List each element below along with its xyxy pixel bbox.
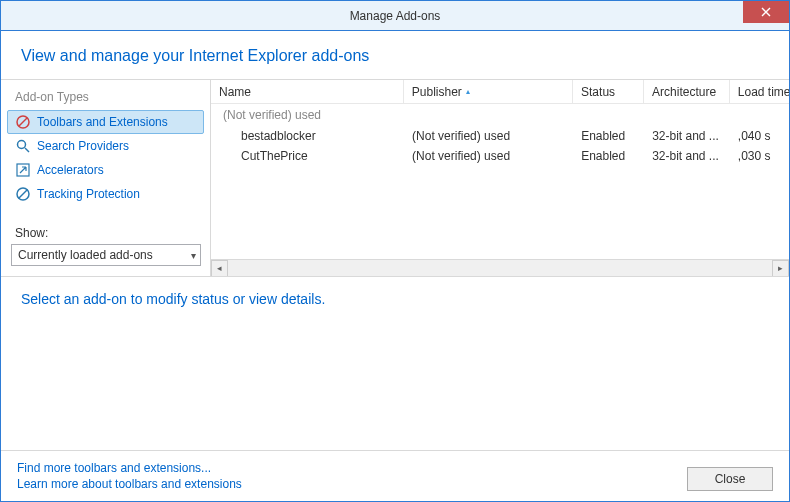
find-more-link[interactable]: Find more toolbars and extensions... xyxy=(17,461,242,475)
sort-asc-icon: ▴ xyxy=(466,87,470,96)
window-close-button[interactable] xyxy=(743,1,789,23)
header: View and manage your Internet Explorer a… xyxy=(1,31,789,80)
table-header: Name Publisher▴ Status Architecture Load… xyxy=(211,80,789,104)
tracking-protection-icon xyxy=(15,186,31,202)
svg-line-1 xyxy=(19,118,27,126)
table-row[interactable]: CutThePrice (Not verified) used Enabled … xyxy=(211,146,789,166)
cell-status: Enabled xyxy=(573,129,644,143)
scroll-track[interactable] xyxy=(228,260,772,277)
toolbars-icon xyxy=(15,114,31,130)
column-header-publisher[interactable]: Publisher▴ xyxy=(404,80,573,103)
table-body: (Not verified) used bestadblocker (Not v… xyxy=(211,104,789,259)
addon-types-list: Toolbars and Extensions Search Providers… xyxy=(7,110,204,206)
cell-publisher: (Not verified) used xyxy=(404,129,573,143)
column-header-name[interactable]: Name xyxy=(211,80,404,103)
sidebar-item-toolbars-extensions[interactable]: Toolbars and Extensions xyxy=(7,110,204,134)
column-header-status[interactable]: Status xyxy=(573,80,644,103)
cell-name: CutThePrice xyxy=(211,149,404,163)
addon-types-label: Add-on Types xyxy=(7,86,204,108)
table-group-header[interactable]: (Not verified) used xyxy=(211,104,789,126)
window-title: Manage Add-ons xyxy=(350,9,441,23)
column-header-load-time[interactable]: Load time xyxy=(730,80,789,103)
svg-line-6 xyxy=(19,190,28,199)
horizontal-scrollbar[interactable]: ◂ ▸ xyxy=(211,259,789,276)
footer-links: Find more toolbars and extensions... Lea… xyxy=(17,461,242,491)
sidebar-item-tracking-protection[interactable]: Tracking Protection xyxy=(7,182,204,206)
manage-addons-window: Manage Add-ons View and manage your Inte… xyxy=(0,0,790,502)
sidebar-item-label: Accelerators xyxy=(37,163,104,177)
column-header-architecture[interactable]: Architecture xyxy=(644,80,730,103)
search-icon xyxy=(15,138,31,154)
scroll-right-arrow[interactable]: ▸ xyxy=(772,260,789,277)
cell-load-time: ,040 s xyxy=(730,129,789,143)
sidebar-item-accelerators[interactable]: Accelerators xyxy=(7,158,204,182)
sidebar-item-label: Toolbars and Extensions xyxy=(37,115,168,129)
content-area: Add-on Types Toolbars and Extensions Sea… xyxy=(1,80,789,276)
cell-architecture: 32-bit and ... xyxy=(644,149,730,163)
sidebar-item-label: Search Providers xyxy=(37,139,129,153)
footer: Find more toolbars and extensions... Lea… xyxy=(1,450,789,501)
detail-prompt: Select an add-on to modify status or vie… xyxy=(21,291,325,307)
svg-line-3 xyxy=(25,148,29,152)
show-section: Show: Currently loaded add-ons ▾ xyxy=(7,220,204,270)
learn-more-link[interactable]: Learn more about toolbars and extensions xyxy=(17,477,242,491)
sidebar-item-label: Tracking Protection xyxy=(37,187,140,201)
cell-architecture: 32-bit and ... xyxy=(644,129,730,143)
sidebar: Add-on Types Toolbars and Extensions Sea… xyxy=(1,80,211,276)
svg-point-2 xyxy=(18,141,26,149)
scroll-left-arrow[interactable]: ◂ xyxy=(211,260,228,277)
chevron-down-icon: ▾ xyxy=(191,250,196,261)
table-row[interactable]: bestadblocker (Not verified) used Enable… xyxy=(211,126,789,146)
show-dropdown-value: Currently loaded add-ons xyxy=(18,248,153,262)
page-title: View and manage your Internet Explorer a… xyxy=(21,47,769,65)
titlebar: Manage Add-ons xyxy=(1,1,789,31)
sidebar-item-search-providers[interactable]: Search Providers xyxy=(7,134,204,158)
addons-table: Name Publisher▴ Status Architecture Load… xyxy=(211,80,789,276)
cell-publisher: (Not verified) used xyxy=(404,149,573,163)
cell-load-time: ,030 s xyxy=(730,149,789,163)
close-icon xyxy=(761,7,771,17)
show-label: Show: xyxy=(11,224,200,244)
close-button[interactable]: Close xyxy=(687,467,773,491)
detail-pane: Select an add-on to modify status or vie… xyxy=(1,276,789,450)
show-dropdown[interactable]: Currently loaded add-ons ▾ xyxy=(11,244,201,266)
accelerators-icon xyxy=(15,162,31,178)
cell-status: Enabled xyxy=(573,149,644,163)
cell-name: bestadblocker xyxy=(211,129,404,143)
